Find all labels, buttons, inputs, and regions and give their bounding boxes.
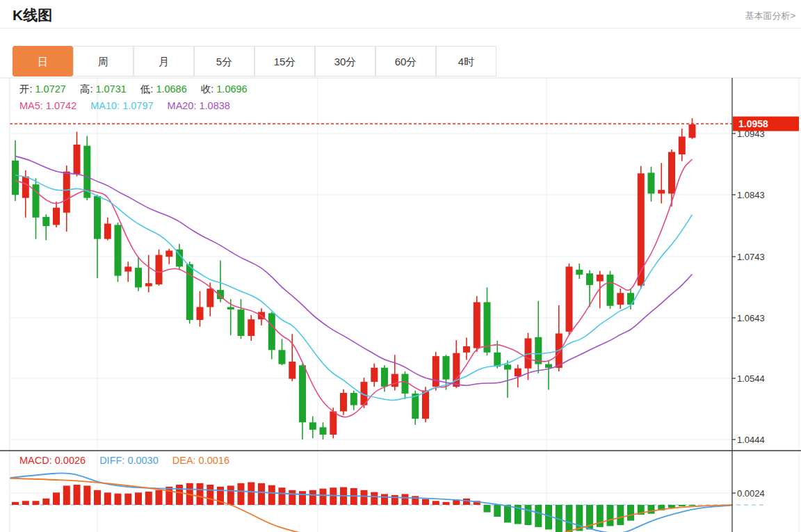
svg-text:1.0444: 1.0444: [737, 435, 765, 445]
svg-text:1.0544: 1.0544: [737, 373, 765, 384]
high-label: 高:: [80, 83, 93, 95]
tab-day[interactable]: 日: [13, 46, 73, 76]
svg-text:1.0843: 1.0843: [737, 190, 765, 200]
macd-value: 0.0026: [55, 455, 86, 466]
macd-legend: MACD:0.0026 DIFF:0.0030 DEA:0.0016: [19, 455, 232, 466]
ma-legend: MA5:1.0742 MA10:1.0797 MA20:1.0838: [19, 100, 233, 111]
open-label: 开:: [19, 83, 33, 95]
close-label: 收:: [201, 83, 214, 95]
ma10-label: MA10:: [90, 100, 120, 111]
diff-value: 0.0030: [127, 455, 158, 466]
dea-label: DEA:: [172, 455, 196, 466]
svg-text:1.0743: 1.0743: [737, 252, 765, 262]
kline-chart-canvas[interactable]: 1.09431.08431.07431.06431.05441.04440.00…: [0, 0, 801, 532]
low-value: 1.0686: [156, 83, 186, 95]
diff-label: DIFF:: [99, 455, 124, 466]
ma5-label: MA5:: [19, 100, 43, 111]
svg-text:1.0643: 1.0643: [737, 313, 765, 323]
svg-text:0.0024: 0.0024: [737, 488, 765, 499]
ma20-value: 1.0838: [199, 100, 229, 111]
svg-text:1.0958: 1.0958: [738, 118, 768, 129]
open-value: 1.0727: [35, 83, 66, 95]
dea-value: 0.0016: [199, 455, 229, 466]
ma10-value: 1.0797: [122, 100, 153, 111]
ma20-label: MA20:: [168, 100, 197, 111]
high-value: 1.0731: [95, 83, 126, 95]
ma5-value: 1.0742: [46, 100, 76, 111]
kline-widget: K线图 基本面分析> 日 周 月 5分 15分 30分 60分 4时 1.094…: [0, 0, 801, 532]
low-label: 低:: [140, 83, 154, 95]
close-value: 1.0696: [216, 83, 247, 95]
macd-label: MACD:: [19, 455, 52, 466]
ohlc-legend: 开:1.0727 高:1.0731 低:1.0686 收:1.0696: [19, 83, 250, 96]
